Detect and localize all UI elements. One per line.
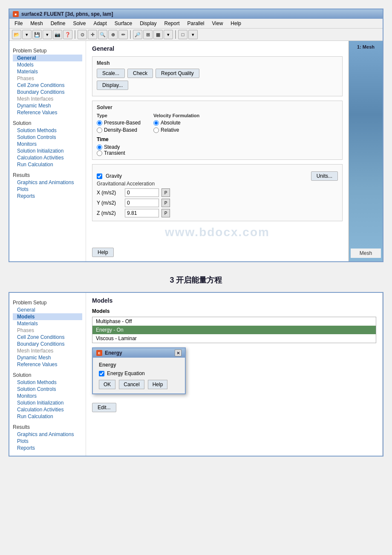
nav2-reference[interactable]: Reference Values: [13, 361, 82, 368]
nav2-models[interactable]: Models: [13, 313, 82, 320]
transient-radio[interactable]: [97, 150, 102, 156]
relative-radio[interactable]: [153, 127, 159, 133]
nav-models[interactable]: Models: [13, 61, 82, 68]
toolbar-zoomin[interactable]: 🔍: [98, 30, 107, 39]
nav2-run-calc[interactable]: Run Calculation: [13, 413, 82, 420]
absolute-radio[interactable]: [153, 120, 159, 126]
toolbar-snapshot[interactable]: 📷: [53, 30, 62, 39]
nav2-sol-init[interactable]: Solution Initialization: [13, 399, 82, 406]
toolbar-panels[interactable]: ▦: [153, 30, 163, 39]
units-button[interactable]: Units...: [311, 171, 338, 181]
toolbar-save[interactable]: 💾: [32, 30, 42, 39]
energy-dialog: E Energy ✕ Energy Energy Equation OK: [92, 347, 186, 394]
display-button[interactable]: Display...: [97, 81, 128, 90]
nav2-dynamic-mesh[interactable]: Dynamic Mesh: [13, 354, 82, 361]
nav-graphics[interactable]: Graphics and Animations: [13, 179, 82, 186]
nav2-graphics[interactable]: Graphics and Animations: [13, 431, 82, 438]
toolbar-dropdown3[interactable]: ▾: [164, 30, 173, 39]
toolbar-dropdown4[interactable]: ▾: [188, 30, 198, 39]
toolbar-info[interactable]: ❓: [63, 30, 72, 39]
nav-monitors[interactable]: Monitors: [13, 141, 82, 147]
nav-dynamic-mesh[interactable]: Dynamic Mesh: [13, 102, 82, 109]
menu-mesh[interactable]: Mesh: [27, 20, 46, 27]
nav-sol-controls[interactable]: Solution Controls: [13, 134, 82, 141]
watermark: www.bdocx.com: [92, 221, 343, 243]
x-p-btn[interactable]: P: [161, 188, 170, 197]
solution-label-2: Solution: [13, 372, 82, 378]
toolbar-pen[interactable]: ✏: [118, 30, 128, 39]
menu-report[interactable]: Report: [161, 20, 183, 27]
menu-adapt[interactable]: Adapt: [90, 20, 110, 27]
menu-define[interactable]: Define: [47, 20, 69, 27]
menu-solve[interactable]: Solve: [69, 20, 89, 27]
steady-label: Steady: [104, 144, 120, 150]
velocity-col: Velocity Formulation Absolute Relative: [153, 113, 199, 133]
nav2-plots[interactable]: Plots: [13, 438, 82, 445]
nav2-calc-activities[interactable]: Calculation Activities: [13, 406, 82, 413]
nav-plots[interactable]: Plots: [13, 186, 82, 193]
pressure-based-radio[interactable]: [97, 120, 102, 126]
nav2-sol-methods[interactable]: Solution Methods: [13, 379, 82, 386]
nav-general[interactable]: General: [13, 55, 82, 61]
nav-cell-zone[interactable]: Cell Zone Conditions: [13, 82, 82, 89]
nav-calc-activities[interactable]: Calculation Activities: [13, 154, 82, 161]
nav-sol-methods[interactable]: Solution Methods: [13, 127, 82, 134]
model-viscous[interactable]: Viscous - Laminar: [92, 334, 376, 343]
toolbar-grid[interactable]: ⊞: [143, 30, 153, 39]
nav2-boundary[interactable]: Boundary Conditions: [13, 341, 82, 347]
model-multiphase[interactable]: Multiphase - Off: [92, 317, 376, 326]
toolbar-dropdown2[interactable]: ▾: [43, 30, 52, 39]
menu-file[interactable]: File: [11, 20, 26, 27]
density-based-radio[interactable]: [97, 127, 102, 133]
nav2-monitors[interactable]: Monitors: [13, 393, 82, 399]
energy-equation-checkbox[interactable]: [99, 371, 104, 376]
toolbar-dropdown1[interactable]: ▾: [22, 30, 32, 39]
toolbar-zoom-search[interactable]: 🔎: [133, 30, 142, 39]
page-wrapper: ■ surface2 FLUENT [3d, pbns, spe, lam] F…: [0, 0, 392, 465]
pressure-based-label: Pressure-Based: [104, 120, 141, 126]
menu-view[interactable]: View: [209, 20, 227, 27]
x-input[interactable]: [125, 188, 159, 197]
menu-parallel[interactable]: Parallel: [184, 20, 208, 27]
dialog-cancel-button[interactable]: Cancel: [119, 380, 144, 389]
nav-phases: Phases: [13, 75, 82, 82]
nav-boundary[interactable]: Boundary Conditions: [13, 89, 82, 95]
toolbar-zoomin2[interactable]: ⊕: [108, 30, 118, 39]
nav2-reports[interactable]: Reports: [13, 445, 82, 451]
toolbar-fit[interactable]: ⊙: [78, 30, 87, 39]
z-p-btn[interactable]: P: [161, 209, 170, 217]
menu-display[interactable]: Display: [136, 20, 160, 27]
nav-materials[interactable]: Materials: [13, 68, 82, 75]
nav-run-calc[interactable]: Run Calculation: [13, 161, 82, 168]
steady-radio[interactable]: [97, 145, 102, 150]
y-p-btn[interactable]: P: [161, 199, 170, 207]
nav-sol-init[interactable]: Solution Initialization: [13, 147, 82, 154]
toolbar-square[interactable]: □: [178, 30, 187, 39]
nav2-general[interactable]: General: [13, 306, 82, 313]
dialog-ok-button[interactable]: OK: [99, 380, 115, 389]
help-button[interactable]: Help: [92, 248, 114, 257]
edit-button[interactable]: Edit...: [92, 403, 116, 412]
gravity-label: Gravity: [106, 173, 122, 179]
nav2-cell-zone[interactable]: Cell Zone Conditions: [13, 334, 82, 341]
toolbar-open[interactable]: 📂: [12, 30, 21, 39]
gravity-checkbox[interactable]: [97, 173, 102, 179]
menu-help[interactable]: Help: [227, 20, 245, 27]
nav-reference[interactable]: Reference Values: [13, 109, 82, 116]
toolbar-move[interactable]: ✛: [88, 30, 97, 39]
nav2-materials[interactable]: Materials: [13, 320, 82, 327]
z-input[interactable]: [125, 209, 159, 217]
type-label: Type: [97, 113, 141, 118]
general-title: General: [92, 45, 343, 52]
scale-button[interactable]: Scale...: [97, 69, 125, 78]
model-energy[interactable]: Energy - On: [92, 326, 376, 334]
dialog-help-button[interactable]: Help: [148, 380, 168, 389]
report-quality-button[interactable]: Report Quality: [156, 69, 199, 78]
dialog-close-button[interactable]: ✕: [175, 350, 182, 356]
check-button[interactable]: Check: [127, 69, 153, 78]
nav-reports[interactable]: Reports: [13, 193, 82, 199]
nav2-sol-controls[interactable]: Solution Controls: [13, 386, 82, 393]
menu-surface[interactable]: Surface: [111, 20, 135, 27]
y-input[interactable]: [125, 199, 159, 207]
models-list: Multiphase - Off Energy - On Viscous - L…: [92, 317, 376, 343]
